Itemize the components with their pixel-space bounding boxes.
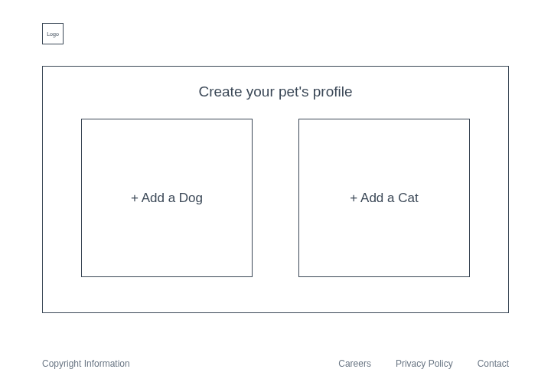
page-title: Create your pet's profile	[73, 83, 478, 100]
footer-link-contact[interactable]: Contact	[478, 358, 509, 369]
logo-text: Logo	[47, 31, 59, 37]
footer-link-careers[interactable]: Careers	[338, 358, 371, 369]
logo-placeholder[interactable]: Logo	[42, 23, 64, 44]
create-profile-card: Create your pet's profile + Add a Dog + …	[42, 66, 509, 313]
footer-link-privacy[interactable]: Privacy Policy	[396, 358, 453, 369]
footer-links: Careers Privacy Policy Contact	[338, 358, 509, 369]
footer: Copyright Information Careers Privacy Po…	[42, 358, 509, 369]
add-dog-button[interactable]: + Add a Dog	[81, 119, 253, 277]
add-cat-button[interactable]: + Add a Cat	[298, 119, 470, 277]
copyright-text: Copyright Information	[42, 358, 130, 369]
pet-options-row: + Add a Dog + Add a Cat	[73, 119, 478, 277]
add-cat-label: + Add a Cat	[350, 191, 418, 206]
add-dog-label: + Add a Dog	[131, 191, 203, 206]
